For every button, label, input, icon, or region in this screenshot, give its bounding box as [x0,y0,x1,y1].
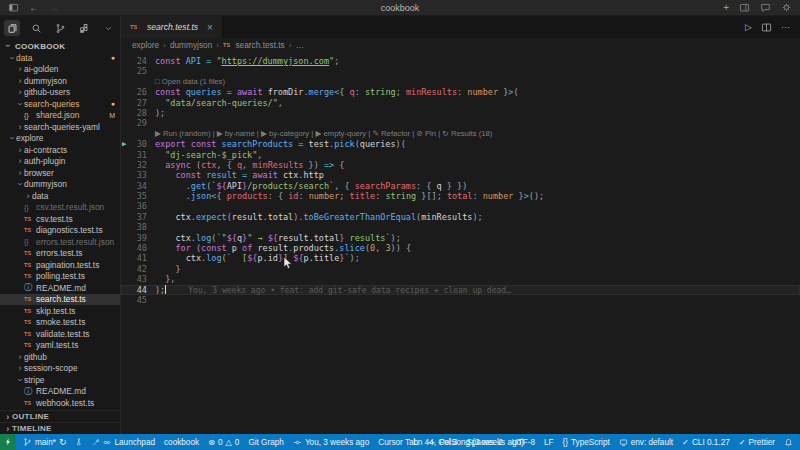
code-line[interactable]: 26const queries = await fromDir.merge<{ … [121,87,800,97]
code-line[interactable]: 29 [121,118,800,128]
code-line[interactable]: 41 ctx.log(` [${p.id}] ${p.title}`); [121,253,800,263]
tree-item[interactable]: ›browser [0,167,120,179]
chevron-down-icon[interactable] [100,20,116,36]
project-status[interactable]: cookbook [164,438,199,447]
tree-item[interactable]: TSsmoke.test.ts [0,317,120,329]
tree-item[interactable]: ›stripe [0,374,120,386]
code-line[interactable]: 34 .get(`${API}/products/search`, { sear… [121,181,800,191]
tree-item[interactable]: TSdiagnostics.test.ts [0,225,120,237]
code-line[interactable]: 30▶export const searchProducts = test.pi… [121,139,800,149]
tree-item[interactable]: ›data [0,190,120,202]
code-line[interactable]: 44);You, 3 weeks ago • feat: add git-saf… [121,285,800,295]
code-line[interactable]: 32 async (ctx, { q, minResults }) => { [121,160,800,170]
timeline-panel-header[interactable]: › TIMELINE [0,422,120,434]
tree-item[interactable]: TSwebhook.test.ts [0,397,120,409]
tree-item[interactable]: {}errors.test.result.json [0,236,120,248]
code-line[interactable]: 25 [121,66,800,76]
back-icon[interactable]: ← [29,3,39,13]
tree-item[interactable]: ›ai-golden [0,64,120,76]
remote-indicator[interactable] [0,434,16,450]
sync-icon[interactable]: ↻ [59,437,67,447]
tree-item[interactable]: ›search-queries● [0,98,120,110]
tree-item[interactable]: ›search-queries-yaml [0,121,120,133]
tree-item[interactable]: ›ai-contracts [0,144,120,156]
tree-item[interactable]: ›dummyjson [0,75,120,87]
tree-item[interactable]: ›auth-plugin [0,156,120,168]
tree-item[interactable]: TSyaml.test.ts [0,340,120,352]
more-actions-icon[interactable]: ··· [781,22,790,32]
problems-status[interactable]: ⊗ 0 △ 0 [208,437,239,447]
explorer-section-header[interactable]: › COOKBOOK [0,40,120,52]
split-editor-icon[interactable] [761,22,772,33]
search-icon[interactable] [28,20,44,36]
code-line[interactable]: 42 } [121,264,800,274]
code-line[interactable]: 33 const result = await ctx.http [121,170,800,180]
code-editor[interactable]: 24const API = "https://dummyjson.com";25… [121,52,800,434]
run-file-icon[interactable]: ▷ [745,22,752,32]
tree-item[interactable]: TSvalidate.test.ts [0,328,120,340]
tree-item[interactable]: TSpagination.test.ts [0,259,120,271]
tree-item[interactable]: ›github-users [0,87,120,99]
source-control-icon[interactable] [52,20,68,36]
code-line[interactable]: 37 ctx.expect(result.total).toBeGreaterT… [121,212,800,222]
tree-item[interactable]: TSskip.test.ts [0,305,120,317]
tab-search-test-ts[interactable]: TS search.test.ts × [121,16,223,38]
blame-status[interactable]: You, 3 weeks ago [293,438,369,447]
code-line[interactable]: 39 ctx.log(`"${q}" → ${result.total} res… [121,233,800,243]
launchpad-status[interactable]: Launchpad [92,438,155,447]
tree-item[interactable]: ›explore [0,133,120,145]
code-line[interactable]: 24const API = "https://dummyjson.com"; [121,56,800,66]
code-line[interactable]: 43 }, [121,274,800,284]
forward-icon[interactable]: → [49,3,59,13]
tree-item[interactable]: TScsv.test.ts [0,213,120,225]
tree-item[interactable]: ›session-scope [0,363,120,375]
env-status[interactable]: env: default [619,438,673,447]
cli-status[interactable]: ✓ CLI 0.1.27 [682,437,730,447]
new-pane-icon[interactable]: + [723,3,729,13]
code-line[interactable]: 45 [121,295,800,305]
eol-status[interactable]: LF [544,438,554,447]
run-test-gutter-icon[interactable]: ▶ [122,139,126,149]
breadcrumb-item[interactable]: explore [132,40,159,50]
code-line[interactable]: 28); [121,108,800,118]
sidebar-toggle-icon[interactable] [8,2,19,13]
breadcrumb-item[interactable]: dummyjson [170,40,212,50]
extensions-icon[interactable] [76,20,92,36]
test-flask-status[interactable] [75,437,83,447]
outline-panel-header[interactable]: › OUTLINE [0,410,120,422]
encoding-status[interactable]: UTF-8 [512,438,535,447]
breadcrumb-item[interactable]: search.test.ts [235,40,284,50]
code-line[interactable]: 27 "data/search-queries/", [121,98,800,108]
settings-icon[interactable] [781,2,792,13]
explorer-icon[interactable] [4,20,20,36]
codelens[interactable]: □ Open data (1 files) [121,77,800,87]
tree-item[interactable]: ›data● [0,52,120,64]
tree-item[interactable]: {}csv.test.result.json [0,202,120,214]
code-line[interactable]: 35 .json<{ products: { id: number; title… [121,191,800,201]
code-line[interactable]: 38 [121,222,800,232]
breadcrumb-item[interactable]: … [295,40,303,50]
codelens[interactable]: ▶ Run (random) | ▶ by-name | ▶ by-catego… [121,129,800,139]
tree-item[interactable]: TSerrors.test.ts [0,248,120,260]
tree-item[interactable]: TSpolling.test.ts [0,271,120,283]
cursor-tab-status[interactable]: Cursor Tab [378,438,418,447]
code-line[interactable]: 31 "dj-search-$_pick", [121,150,800,160]
tree-item[interactable]: ⓘREADME.md [0,386,120,398]
notifications-bell-icon[interactable] [784,438,793,447]
git-graph-status[interactable]: Git Graph [248,438,284,447]
language-status[interactable]: {} TypeScript [563,438,610,447]
tree-item[interactable]: TSsearch.test.ts [0,294,120,306]
code-line[interactable]: 40 for (const p of result.products.slice… [121,243,800,253]
tree-item[interactable]: ›dummyjson [0,179,120,191]
layout-icon[interactable] [739,2,750,13]
chat-icon[interactable] [760,2,771,13]
tree-item[interactable]: ⓘREADME.md [0,282,120,294]
close-tab-icon[interactable]: × [207,22,213,33]
git-branch-status[interactable]: main* ↻ [23,437,66,447]
cursor-position-status[interactable]: Ln 44, Col 3 [413,438,457,447]
tree-item[interactable]: {}shared.jsonM [0,110,120,122]
formatter-status[interactable]: ✓ Prettier [739,437,775,447]
tree-item[interactable]: ›github [0,351,120,363]
indentation-status[interactable]: Spaces: 2 [466,438,502,447]
code-line[interactable]: 36 [121,201,800,211]
